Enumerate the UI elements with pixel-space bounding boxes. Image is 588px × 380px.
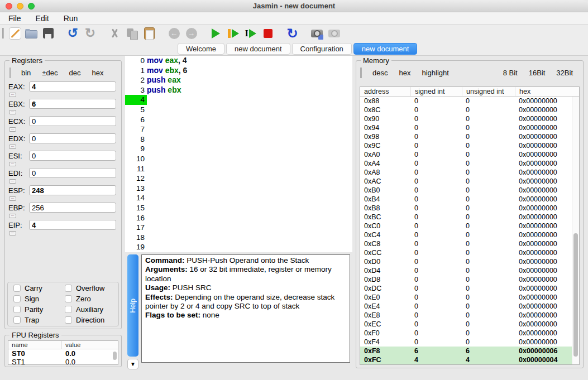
snapshot-save-icon[interactable] (309, 26, 324, 41)
register-value-field[interactable] (29, 116, 116, 126)
memory-row-0xe4[interactable]: 0xE4000x00000000 (360, 302, 572, 311)
cut-icon[interactable] (107, 26, 122, 41)
menu-edit[interactable]: Edit (28, 14, 56, 23)
memory-row-0xec[interactable]: 0xEC000x00000000 (360, 320, 572, 329)
memory-row-0xe0[interactable]: 0xE0000x00000000 (360, 293, 572, 302)
close-button[interactable] (6, 3, 12, 9)
memory-row-0xb0[interactable]: 0xB0000x00000000 (360, 186, 572, 195)
memory-width-button-32bit[interactable]: 32Bit (551, 69, 579, 77)
tab-configuration[interactable]: Configuration (292, 43, 352, 55)
memory-row-0xc8[interactable]: 0xC8000x00000000 (360, 239, 572, 248)
snapshot-load-icon[interactable] (327, 26, 342, 41)
run-icon[interactable] (208, 26, 223, 41)
memory-row-0xb8[interactable]: 0xB8000x00000000 (360, 204, 572, 213)
memory-row-0xd4[interactable]: 0xD4000x00000000 (360, 266, 572, 275)
flag-checkbox-parity[interactable] (13, 306, 21, 313)
memory-row-0xf4[interactable]: 0xF4000x00000000 (360, 338, 572, 347)
code-editor[interactable]: 0mov eax, 41mov ebx, 62push eax3push ebx… (125, 56, 352, 252)
memory-button-desc[interactable]: desc (367, 69, 393, 77)
step-icon[interactable] (243, 26, 258, 41)
memory-width-button-8-bit[interactable]: 8 Bit (498, 69, 523, 77)
memory-row-0xdc[interactable]: 0xDC000x00000000 (360, 284, 572, 293)
new-file-icon[interactable] (9, 27, 21, 40)
undo-icon[interactable] (65, 26, 80, 41)
help-tab[interactable]: Help (127, 254, 138, 357)
redo-icon[interactable] (83, 26, 98, 41)
register-expand-button[interactable]: ... (9, 162, 16, 166)
format-button-bin[interactable]: bin (16, 69, 36, 77)
register-expand-button[interactable]: ... (9, 110, 16, 114)
paste-icon[interactable] (142, 26, 157, 41)
memory-row-0xd0[interactable]: 0xD0000x00000000 (360, 257, 572, 266)
register-value-field[interactable] (29, 185, 116, 195)
menu-run[interactable]: Run (56, 14, 85, 23)
memory-row-0x8c[interactable]: 0x8C000x00000000 (360, 105, 572, 114)
flag-checkbox-auxiliary[interactable] (65, 306, 72, 313)
register-expand-button[interactable]: ... (9, 127, 16, 132)
flag-checkbox-trap[interactable] (13, 316, 21, 324)
reset-icon[interactable] (285, 26, 300, 41)
tab-new-document[interactable]: new document (353, 43, 418, 55)
run-pause-icon[interactable] (226, 26, 241, 41)
tab-new-document[interactable]: new document (226, 43, 290, 55)
flag-checkbox-zero[interactable] (65, 295, 72, 302)
flag-checkbox-carry[interactable] (13, 285, 21, 292)
memory-row-0x9c[interactable]: 0x9C000x00000000 (360, 141, 572, 150)
memory-row-0xc4[interactable]: 0xC4000x00000000 (360, 230, 572, 239)
memory-button-hex[interactable]: hex (393, 69, 416, 77)
register-expand-button[interactable]: ... (9, 231, 16, 235)
flag-checkbox-direction[interactable] (65, 316, 72, 324)
toolbar-drag-handle[interactable] (2, 28, 4, 39)
memory-row-0xc0[interactable]: 0xC0000x00000000 (360, 222, 572, 230)
memory-row-0xa0[interactable]: 0xA0000x00000000 (360, 150, 572, 159)
memory-row-0xbc[interactable]: 0xBC000x00000000 (360, 213, 572, 222)
memory-toolbar-drag-handle[interactable] (360, 68, 362, 78)
fpu-scrollbar-thumb[interactable] (113, 352, 117, 360)
memory-row-0xe8[interactable]: 0xE8000x00000000 (360, 311, 572, 320)
memory-row-0xcc[interactable]: 0xCC000x00000000 (360, 248, 572, 257)
register-value-field[interactable] (29, 81, 116, 92)
stop-icon[interactable] (260, 26, 275, 41)
copy-icon[interactable] (125, 26, 140, 41)
save-file-icon[interactable] (41, 26, 56, 41)
register-expand-button[interactable]: ... (9, 196, 16, 201)
memory-width-button-16bit[interactable]: 16Bit (523, 69, 551, 77)
help-collapse-button[interactable]: ▼ (127, 359, 138, 369)
open-file-icon[interactable] (23, 26, 39, 41)
memory-row-0xf0[interactable]: 0xF0000x00000000 (360, 329, 572, 338)
registers-toolbar-drag-handle[interactable] (9, 68, 11, 78)
format-button-hex[interactable]: hex (86, 69, 109, 77)
zoom-button[interactable] (28, 3, 35, 9)
memory-row-0xa8[interactable]: 0xA8000x00000000 (360, 168, 572, 177)
memory-scrollbar-thumb[interactable] (573, 233, 578, 357)
register-expand-button[interactable]: ... (9, 145, 16, 149)
back-icon[interactable] (166, 26, 181, 41)
memory-row-0x90[interactable]: 0x90000x00000000 (360, 114, 572, 123)
flag-checkbox-sign[interactable] (13, 295, 21, 302)
format-button-dec[interactable]: ±dec (36, 69, 63, 77)
memory-row-0x98[interactable]: 0x98000x00000000 (360, 132, 572, 141)
register-value-field[interactable] (29, 151, 116, 161)
forward-icon[interactable] (184, 26, 199, 41)
memory-row-0xa4[interactable]: 0xA4000x00000000 (360, 159, 572, 168)
menu-file[interactable]: File (1, 14, 28, 23)
memory-row-0xfc[interactable]: 0xFC440x00000004 (360, 355, 572, 364)
register-value-field[interactable] (29, 168, 116, 178)
memory-row-0x94[interactable]: 0x94000x00000000 (360, 123, 572, 132)
register-value-field[interactable] (29, 203, 116, 213)
flag-checkbox-overflow[interactable] (65, 285, 72, 292)
format-button-dec[interactable]: dec (63, 69, 86, 77)
register-value-field[interactable] (29, 220, 116, 230)
register-value-field[interactable] (29, 99, 116, 109)
memory-row-0xf8[interactable]: 0xF8660x00000006 (360, 347, 572, 355)
memory-scrollbar[interactable] (572, 97, 579, 364)
minimize-button[interactable] (17, 3, 23, 9)
register-expand-button[interactable]: ... (9, 93, 16, 97)
register-expand-button[interactable]: ... (9, 179, 16, 184)
memory-button-highlight[interactable]: highlight (416, 69, 454, 77)
register-expand-button[interactable]: ... (9, 214, 16, 218)
register-value-field[interactable] (29, 133, 116, 143)
memory-row-0xd8[interactable]: 0xD8000x00000000 (360, 275, 572, 284)
tab-welcome[interactable]: Welcome (178, 43, 224, 55)
memory-row-0x88[interactable]: 0x88000x00000000 (360, 97, 572, 105)
